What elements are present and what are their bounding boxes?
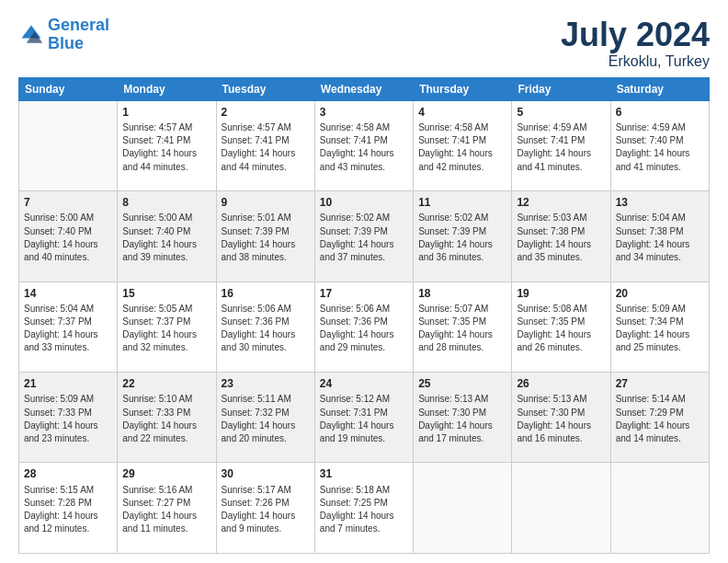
daylight: Daylight: 14 hours and 22 minutes. xyxy=(122,420,197,443)
day-info: Sunrise: 5:01 AMSunset: 7:39 PMDaylight:… xyxy=(222,212,310,264)
daylight: Daylight: 14 hours and 25 minutes. xyxy=(616,329,690,352)
sunrise: Sunrise: 5:06 AM xyxy=(222,304,291,314)
day-number: 28 xyxy=(24,466,112,482)
day-number: 29 xyxy=(122,466,210,482)
table-cell: 28Sunrise: 5:15 AMSunset: 7:28 PMDayligh… xyxy=(19,463,118,554)
day-info: Sunrise: 5:17 AMSunset: 7:26 PMDaylight:… xyxy=(222,484,310,536)
day-number: 20 xyxy=(616,286,704,302)
header: General Blue July 2024 Erkoklu, Turkey xyxy=(18,17,710,70)
day-number: 23 xyxy=(222,376,310,392)
table-cell: 3Sunrise: 4:58 AMSunset: 7:41 PMDaylight… xyxy=(314,100,413,190)
table-cell xyxy=(512,463,610,554)
sunset: Sunset: 7:34 PM xyxy=(616,316,684,327)
logo: General Blue xyxy=(18,17,109,53)
sunrise: Sunrise: 5:07 AM xyxy=(418,304,488,314)
logo-icon xyxy=(18,22,44,48)
week-row-3: 14Sunrise: 5:04 AMSunset: 7:37 PMDayligh… xyxy=(19,282,710,372)
sunset: Sunset: 7:40 PM xyxy=(24,226,92,236)
sunset: Sunset: 7:33 PM xyxy=(122,408,190,418)
daylight: Daylight: 14 hours and 28 minutes. xyxy=(418,329,493,352)
day-number: 15 xyxy=(122,286,210,302)
daylight: Daylight: 14 hours and 41 minutes. xyxy=(517,148,591,171)
table-cell: 25Sunrise: 5:13 AMSunset: 7:30 PMDayligh… xyxy=(414,373,512,463)
day-number: 7 xyxy=(24,195,112,211)
sunset: Sunset: 7:41 PM xyxy=(418,135,486,145)
day-number: 18 xyxy=(418,286,506,302)
day-info: Sunrise: 5:09 AMSunset: 7:34 PMDaylight:… xyxy=(616,303,704,355)
daylight: Daylight: 14 hours and 39 minutes. xyxy=(122,239,197,262)
sunrise: Sunrise: 5:09 AM xyxy=(616,304,686,314)
daylight: Daylight: 14 hours and 34 minutes. xyxy=(616,239,690,262)
daylight: Daylight: 14 hours and 14 minutes. xyxy=(616,420,690,443)
sunset: Sunset: 7:33 PM xyxy=(24,408,92,418)
sunset: Sunset: 7:35 PM xyxy=(418,316,486,327)
sunset: Sunset: 7:29 PM xyxy=(616,408,684,418)
daylight: Daylight: 14 hours and 32 minutes. xyxy=(122,329,197,352)
table-cell: 7Sunrise: 5:00 AMSunset: 7:40 PMDaylight… xyxy=(19,191,118,282)
logo-line1: General xyxy=(48,16,109,34)
sunrise: Sunrise: 4:58 AM xyxy=(320,122,390,132)
col-tuesday: Tuesday xyxy=(216,77,314,100)
day-info: Sunrise: 5:13 AMSunset: 7:30 PMDaylight:… xyxy=(418,393,506,445)
table-cell: 30Sunrise: 5:17 AMSunset: 7:26 PMDayligh… xyxy=(216,463,314,554)
sunset: Sunset: 7:36 PM xyxy=(320,316,388,327)
day-number: 27 xyxy=(616,376,704,392)
day-info: Sunrise: 5:06 AMSunset: 7:36 PMDaylight:… xyxy=(222,303,310,355)
daylight: Daylight: 14 hours and 20 minutes. xyxy=(222,420,296,443)
sunset: Sunset: 7:38 PM xyxy=(616,226,684,236)
sunset: Sunset: 7:35 PM xyxy=(517,316,585,327)
day-info: Sunrise: 5:09 AMSunset: 7:33 PMDaylight:… xyxy=(24,393,112,445)
table-cell: 24Sunrise: 5:12 AMSunset: 7:31 PMDayligh… xyxy=(314,373,413,463)
sunrise: Sunrise: 5:17 AM xyxy=(222,485,291,495)
col-sunday: Sunday xyxy=(19,77,118,100)
daylight: Daylight: 14 hours and 30 minutes. xyxy=(222,329,296,352)
sunrise: Sunrise: 5:04 AM xyxy=(24,304,94,314)
sunrise: Sunrise: 4:59 AM xyxy=(517,122,586,132)
week-row-4: 21Sunrise: 5:09 AMSunset: 7:33 PMDayligh… xyxy=(19,373,710,463)
day-info: Sunrise: 5:08 AMSunset: 7:35 PMDaylight:… xyxy=(517,303,605,355)
day-number: 1 xyxy=(122,105,210,121)
table-cell: 8Sunrise: 5:00 AMSunset: 7:40 PMDaylight… xyxy=(118,191,216,282)
day-number: 19 xyxy=(517,286,605,302)
day-number: 9 xyxy=(222,195,310,211)
calendar-table: Sunday Monday Tuesday Wednesday Thursday… xyxy=(18,77,710,554)
sunrise: Sunrise: 5:03 AM xyxy=(517,213,586,223)
day-info: Sunrise: 5:11 AMSunset: 7:32 PMDaylight:… xyxy=(222,393,310,445)
table-cell: 11Sunrise: 5:02 AMSunset: 7:39 PMDayligh… xyxy=(414,191,512,282)
day-number: 12 xyxy=(517,195,605,211)
table-cell: 4Sunrise: 4:58 AMSunset: 7:41 PMDaylight… xyxy=(414,100,512,190)
day-number: 16 xyxy=(222,286,310,302)
sunrise: Sunrise: 5:02 AM xyxy=(320,213,390,223)
daylight: Daylight: 14 hours and 26 minutes. xyxy=(517,329,591,352)
table-cell: 29Sunrise: 5:16 AMSunset: 7:27 PMDayligh… xyxy=(118,463,216,554)
day-info: Sunrise: 5:06 AMSunset: 7:36 PMDaylight:… xyxy=(320,303,408,355)
sunrise: Sunrise: 5:00 AM xyxy=(24,213,94,223)
day-info: Sunrise: 5:00 AMSunset: 7:40 PMDaylight:… xyxy=(24,212,112,264)
day-number: 8 xyxy=(122,195,210,211)
title-block: July 2024 Erkoklu, Turkey xyxy=(561,17,710,70)
day-info: Sunrise: 5:13 AMSunset: 7:30 PMDaylight:… xyxy=(517,393,605,445)
table-cell: 2Sunrise: 4:57 AMSunset: 7:41 PMDaylight… xyxy=(216,100,314,190)
day-info: Sunrise: 5:02 AMSunset: 7:39 PMDaylight:… xyxy=(418,212,506,264)
daylight: Daylight: 14 hours and 35 minutes. xyxy=(517,239,591,262)
sunset: Sunset: 7:41 PM xyxy=(517,135,585,145)
day-info: Sunrise: 5:10 AMSunset: 7:33 PMDaylight:… xyxy=(122,393,210,445)
daylight: Daylight: 14 hours and 11 minutes. xyxy=(122,511,197,534)
sunrise: Sunrise: 5:01 AM xyxy=(222,213,291,223)
col-saturday: Saturday xyxy=(610,77,709,100)
logo-line2: Blue xyxy=(48,34,84,52)
day-info: Sunrise: 4:57 AMSunset: 7:41 PMDaylight:… xyxy=(222,121,310,174)
sunset: Sunset: 7:39 PM xyxy=(222,226,290,236)
col-friday: Friday xyxy=(512,77,610,100)
day-info: Sunrise: 5:14 AMSunset: 7:29 PMDaylight:… xyxy=(616,393,704,445)
sunrise: Sunrise: 5:14 AM xyxy=(616,394,686,404)
sunrise: Sunrise: 5:16 AM xyxy=(122,485,192,495)
day-info: Sunrise: 4:59 AMSunset: 7:40 PMDaylight:… xyxy=(616,121,704,174)
daylight: Daylight: 14 hours and 44 minutes. xyxy=(222,148,296,171)
table-cell: 18Sunrise: 5:07 AMSunset: 7:35 PMDayligh… xyxy=(414,282,512,372)
sunrise: Sunrise: 4:57 AM xyxy=(122,122,192,132)
day-info: Sunrise: 4:59 AMSunset: 7:41 PMDaylight:… xyxy=(517,121,605,174)
sunset: Sunset: 7:32 PM xyxy=(222,408,290,418)
sunrise: Sunrise: 5:10 AM xyxy=(122,394,192,404)
day-number: 17 xyxy=(320,286,408,302)
